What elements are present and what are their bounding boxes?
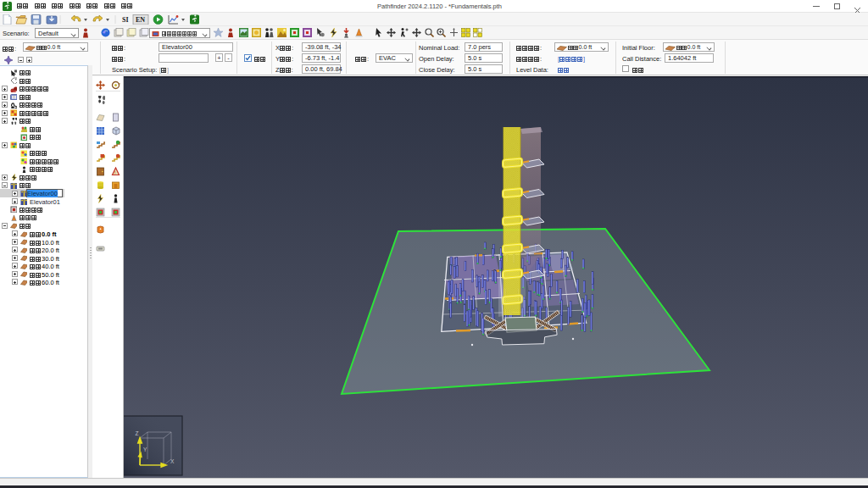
svg-text:SI: SI [122, 16, 129, 24]
svg-text:EN: EN [136, 16, 145, 24]
svg-text:Y: Y [143, 446, 147, 452]
svg-text:X: X [170, 458, 175, 464]
svg-text:Z: Z [136, 430, 139, 436]
